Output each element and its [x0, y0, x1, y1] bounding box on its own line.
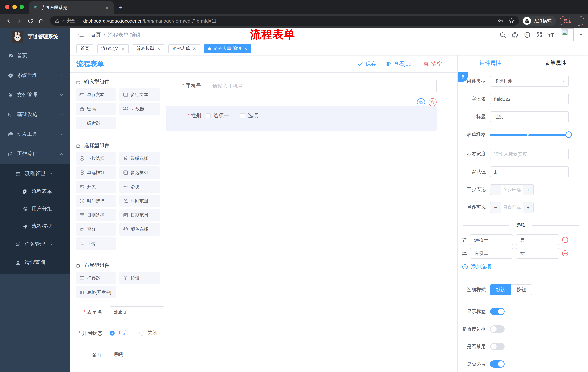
- palette-item-color-picker[interactable]: 颜色选择: [119, 223, 160, 235]
- show-label-toggle[interactable]: [490, 308, 505, 315]
- sidebar-item-home[interactable]: 首页: [0, 46, 70, 65]
- search-icon[interactable]: [500, 32, 506, 38]
- option1-label-input[interactable]: [470, 234, 513, 245]
- increase-button[interactable]: +: [523, 185, 533, 195]
- sidebar-logo[interactable]: 芋道管理系统: [0, 28, 70, 46]
- remove-option-button[interactable]: [562, 237, 568, 243]
- tab-close-icon[interactable]: ✕: [157, 46, 160, 51]
- copy-widget-button[interactable]: [417, 98, 425, 106]
- palette-item-rate[interactable]: 评分: [76, 223, 116, 235]
- min-select-input[interactable]: [501, 185, 523, 195]
- palette-item-time-picker[interactable]: 时间选择: [76, 195, 116, 207]
- page-tab-process-form[interactable]: 流程表单 ✕: [168, 44, 200, 53]
- forward-icon[interactable]: [15, 16, 24, 25]
- status-on-label[interactable]: 开启: [117, 330, 128, 336]
- bookmark-star-icon[interactable]: [509, 18, 514, 24]
- option1-value-input[interactable]: [516, 234, 559, 245]
- status-off-label[interactable]: 关闭: [147, 330, 158, 336]
- sidebar-item-dev-tools[interactable]: 研发工具: [0, 125, 70, 144]
- sidebar-item-leave-query[interactable]: 请假查询: [0, 253, 70, 272]
- style-default-button[interactable]: 默认: [490, 284, 511, 295]
- status-off-radio[interactable]: [139, 330, 145, 336]
- decrease-button[interactable]: −: [491, 185, 501, 195]
- palette-item-multi-line-text[interactable]: 多行文本: [119, 88, 160, 101]
- form-canvas[interactable]: 手机号: [162, 73, 457, 372]
- slider-track[interactable]: [490, 134, 569, 136]
- palette-item-editor[interactable]: 编辑器: [76, 117, 116, 129]
- phone-input[interactable]: [207, 79, 437, 93]
- palette-item-time-range[interactable]: 时间范围: [119, 195, 160, 207]
- gender-option1-label[interactable]: 选项一: [214, 112, 229, 119]
- form-name-input[interactable]: [110, 307, 165, 317]
- sidebar-item-process-form[interactable]: 流程表单: [0, 183, 70, 200]
- browser-tab[interactable]: 芋道管理系统 ✕: [29, 1, 114, 14]
- grid-slider[interactable]: [490, 131, 569, 138]
- delete-widget-button[interactable]: [429, 98, 437, 106]
- sidebar-item-process-management[interactable]: 流程管理: [0, 165, 70, 183]
- default-value-input[interactable]: [490, 166, 569, 177]
- field-name-input[interactable]: [490, 94, 569, 105]
- palette-item-radio-group[interactable]: 单选框组: [76, 166, 116, 179]
- disabled-toggle[interactable]: [490, 343, 505, 350]
- sidebar-item-infrastructure[interactable]: 基础设施: [0, 105, 70, 125]
- palette-item-password[interactable]: 密码: [76, 103, 116, 115]
- palette-item-table[interactable]: 表格[开发中]: [76, 286, 116, 298]
- view-json-button[interactable]: 查看json: [385, 60, 414, 67]
- github-icon[interactable]: [512, 32, 518, 38]
- palette-item-counter[interactable]: 123 计数器: [119, 103, 160, 115]
- save-button[interactable]: 保存: [357, 60, 377, 67]
- fullscreen-icon[interactable]: [536, 32, 543, 38]
- palette-item-upload[interactable]: 上传: [76, 237, 116, 250]
- tab-close-icon[interactable]: ✕: [104, 5, 110, 11]
- help-icon[interactable]: ?: [524, 32, 531, 38]
- macos-close-button[interactable]: [5, 5, 10, 9]
- password-key-icon[interactable]: [498, 18, 504, 24]
- security-warning-icon[interactable]: [55, 18, 60, 23]
- tab-form-props[interactable]: 表单属性: [523, 55, 588, 71]
- increase-button[interactable]: +: [523, 202, 533, 213]
- reload-icon[interactable]: [25, 16, 35, 25]
- sidebar-item-task-management[interactable]: 任务管理: [0, 235, 70, 253]
- tab-close-icon[interactable]: ✕: [192, 46, 196, 51]
- new-tab-button[interactable]: +: [116, 2, 126, 13]
- add-option-button[interactable]: 添加选项: [462, 263, 583, 270]
- label-width-input[interactable]: [490, 149, 569, 159]
- palette-item-checkbox-group[interactable]: 多选框组: [119, 166, 160, 179]
- gender-option2-label[interactable]: 选项二: [248, 112, 263, 119]
- browser-menu-dots-icon[interactable]: [576, 18, 580, 23]
- palette-item-slider[interactable]: 滑块: [119, 181, 160, 193]
- canvas-field-gender-selected[interactable]: 性别 选项一 选项二: [166, 106, 437, 131]
- page-tab-process-model[interactable]: 流程模型 ✕: [133, 44, 165, 53]
- slider-thumb[interactable]: [566, 131, 572, 138]
- style-button-button[interactable]: 按钮: [511, 284, 532, 295]
- toolbar-caret-icon[interactable]: [577, 25, 581, 28]
- update-button[interactable]: 更新: [560, 16, 584, 25]
- palette-item-select[interactable]: 下拉选择: [76, 152, 116, 165]
- drag-handle-icon[interactable]: [461, 237, 467, 243]
- palette-item-row-container[interactable]: 行容器: [76, 272, 116, 284]
- palette-item-switch[interactable]: 开关: [76, 181, 116, 193]
- palette-item-cascader[interactable]: 级联选择: [119, 152, 160, 165]
- drag-handle-icon[interactable]: [461, 250, 467, 256]
- palette-item-single-line-text[interactable]: 单行文本: [76, 88, 116, 101]
- decrease-button[interactable]: −: [491, 202, 501, 213]
- macos-minimize-button[interactable]: [12, 5, 17, 9]
- required-toggle[interactable]: [490, 360, 505, 368]
- title-input[interactable]: [490, 111, 569, 122]
- font-size-icon[interactable]: TT: [548, 32, 555, 38]
- gender-option1-checkbox[interactable]: [206, 113, 211, 118]
- sidebar-item-system-management[interactable]: 系统管理: [0, 65, 70, 85]
- breadcrumb-home[interactable]: 首页: [91, 32, 101, 38]
- avatar[interactable]: [561, 28, 574, 42]
- tab-component-props[interactable]: 组件属性: [458, 55, 523, 71]
- palette-item-date-range[interactable]: 日期范围: [119, 209, 160, 221]
- palette-item-date-picker[interactable]: 日期选择: [76, 209, 116, 221]
- with-border-toggle[interactable]: [490, 325, 505, 333]
- option2-label-input[interactable]: [470, 248, 513, 259]
- sidebar-item-process-model[interactable]: 流程模型: [0, 218, 70, 235]
- page-tab-process-definition[interactable]: 流程定义 ✕: [97, 44, 129, 53]
- sidebar-collapse-icon[interactable]: [70, 32, 88, 38]
- gender-option2-checkbox[interactable]: [240, 113, 245, 118]
- sidebar-item-payment-management[interactable]: 支付管理: [0, 85, 70, 105]
- page-tab-process-form-edit[interactable]: 流程表单-编辑 ✕: [204, 44, 252, 53]
